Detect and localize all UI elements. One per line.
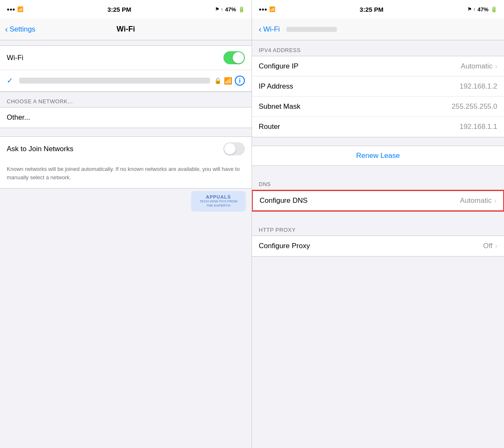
configure-dns-val: Automatic bbox=[460, 196, 492, 205]
right-icons-right: ⚑ ↑ 47% 🔋 bbox=[467, 6, 497, 13]
renew-lease-text[interactable]: Renew Lease bbox=[356, 152, 400, 160]
time-left: 3:25 PM bbox=[108, 6, 131, 13]
ip-address-label: IP Address bbox=[259, 82, 293, 91]
subnet-mask-val: 255.255.255.0 bbox=[452, 102, 497, 111]
configure-ip-value: Automatic › bbox=[461, 62, 497, 71]
renew-lease-row[interactable]: Renew Lease bbox=[252, 146, 504, 166]
ask-to-join-toggle[interactable] bbox=[223, 142, 245, 155]
configure-proxy-val: Off bbox=[483, 242, 492, 250]
location-icon-left: ⚑ ↑ bbox=[215, 7, 223, 12]
ask-to-join-label: Ask to Join Networks bbox=[7, 145, 74, 153]
other-network-group: Other... bbox=[0, 107, 252, 128]
back-button-left[interactable]: ‹ Settings bbox=[5, 24, 35, 34]
configure-proxy-value: Off › bbox=[483, 242, 497, 250]
cellular-signal-left: ●●● bbox=[7, 7, 15, 12]
chevron-left-icon-left: ‹ bbox=[5, 24, 8, 34]
configure-dns-row[interactable]: Configure DNS Automatic › bbox=[252, 190, 504, 211]
wifi-toggle-group: Wi-Fi ✓ 🔒 📶 i bbox=[0, 45, 252, 92]
configure-ip-val: Automatic bbox=[461, 62, 493, 71]
http-proxy-header: HTTP PROXY bbox=[252, 220, 504, 236]
battery-icon-right: 🔋 bbox=[491, 6, 497, 13]
ip-address-val: 192.168.1.2 bbox=[459, 82, 497, 91]
router-row: Router 192.168.1.1 bbox=[252, 117, 504, 137]
ask-to-join-description: Known networks will be joined automatica… bbox=[0, 161, 252, 188]
configure-proxy-row[interactable]: Configure Proxy Off › bbox=[252, 236, 504, 256]
wifi-toggle-row: Wi-Fi bbox=[0, 46, 252, 70]
status-bar-left: ●●● 📶 3:25 PM ⚑ ↑ 47% 🔋 bbox=[0, 0, 252, 18]
battery-percent-left: 47% bbox=[225, 6, 236, 13]
proxy-table-group: Configure Proxy Off › bbox=[252, 236, 504, 257]
ipv4-table-group: Configure IP Automatic › IP Address 192.… bbox=[252, 56, 504, 137]
router-value: 192.168.1.1 bbox=[459, 123, 497, 131]
dns-table-group: Configure DNS Automatic › bbox=[252, 190, 504, 212]
choose-network-spacer: CHOOSE A NETWORK... bbox=[0, 92, 252, 107]
page-title-left: Wi-Fi bbox=[117, 25, 135, 34]
connected-network-row: ✓ 🔒 📶 i bbox=[0, 70, 252, 92]
router-label: Router bbox=[259, 123, 280, 131]
other-network-row[interactable]: Other... bbox=[0, 107, 252, 128]
lock-icon: 🔒 bbox=[214, 77, 221, 84]
configure-proxy-chevron: › bbox=[495, 242, 497, 250]
router-val: 192.168.1.1 bbox=[459, 123, 497, 131]
configure-dns-value: Automatic › bbox=[460, 196, 496, 205]
dns-header: DNS bbox=[252, 174, 504, 190]
time-right: 3:25 PM bbox=[360, 6, 383, 13]
back-button-right[interactable]: ‹ Wi-Fi bbox=[259, 24, 280, 34]
info-button[interactable]: i bbox=[235, 76, 245, 86]
configure-ip-chevron: › bbox=[495, 63, 497, 70]
ip-address-row: IP Address 192.168.1.2 bbox=[252, 76, 504, 97]
network-name-nav-right bbox=[286, 27, 337, 32]
battery-percent-right: 47% bbox=[478, 6, 488, 13]
connected-network-name bbox=[19, 78, 210, 84]
nav-bar-left: ‹ Settings Wi-Fi bbox=[0, 18, 252, 40]
nav-bar-right: ‹ Wi-Fi bbox=[252, 18, 504, 40]
ipv4-header: IPV4 ADDRESS bbox=[252, 40, 504, 56]
configure-ip-label: Configure IP bbox=[259, 62, 299, 71]
configure-dns-chevron: › bbox=[494, 197, 496, 204]
other-label[interactable]: Other... bbox=[7, 113, 30, 122]
wifi-signal-right: 📶 bbox=[269, 6, 276, 12]
right-content: IPV4 ADDRESS Configure IP Automatic › IP… bbox=[252, 40, 504, 448]
wifi-signal-left: 📶 bbox=[17, 6, 24, 12]
ask-to-join-row: Ask to Join Networks bbox=[0, 137, 252, 161]
battery-icon-left: 🔋 bbox=[238, 6, 245, 13]
configure-dns-label: Configure DNS bbox=[260, 196, 307, 205]
location-icon-right: ⚑ ↑ bbox=[467, 7, 475, 12]
back-label-right[interactable]: Wi-Fi bbox=[263, 25, 280, 34]
signal-icons-left: ●●● 📶 bbox=[7, 6, 24, 12]
right-icons-left: ⚑ ↑ 47% 🔋 bbox=[215, 6, 245, 13]
subnet-mask-value: 255.255.255.0 bbox=[452, 102, 497, 111]
wifi-label: Wi-Fi bbox=[7, 54, 24, 62]
wifi-toggle[interactable] bbox=[223, 51, 245, 64]
wifi-toggle-knob bbox=[233, 52, 244, 63]
right-panel: ●●● 📶 3:25 PM ⚑ ↑ 47% 🔋 ‹ Wi-Fi IPV4 ADD… bbox=[252, 0, 504, 448]
status-bar-right: ●●● 📶 3:25 PM ⚑ ↑ 47% 🔋 bbox=[252, 0, 504, 18]
configure-proxy-label: Configure Proxy bbox=[259, 242, 310, 250]
configure-ip-row[interactable]: Configure IP Automatic › bbox=[252, 56, 504, 76]
ask-to-join-section: Ask to Join Networks Known networks will… bbox=[0, 136, 252, 189]
checkmark-icon: ✓ bbox=[7, 76, 15, 85]
subnet-mask-label: Subnet Mask bbox=[259, 102, 300, 111]
connected-network-icons: 🔒 📶 i bbox=[214, 76, 245, 86]
choose-network-header: CHOOSE A NETWORK... bbox=[7, 98, 73, 105]
wifi-strength-icon: 📶 bbox=[224, 77, 232, 85]
subnet-mask-row: Subnet Mask 255.255.255.0 bbox=[252, 97, 504, 117]
watermark: APPUALS TECH HOW-TO'S FROMTHE EXPERTS! bbox=[191, 191, 246, 233]
cellular-signal-right: ●●● bbox=[259, 7, 267, 12]
ask-to-join-toggle-knob bbox=[224, 143, 236, 155]
signal-icons-right: ●●● 📶 bbox=[259, 6, 276, 12]
ip-address-value: 192.168.1.2 bbox=[459, 82, 497, 91]
chevron-left-icon-right: ‹ bbox=[259, 24, 262, 34]
back-label-left[interactable]: Settings bbox=[10, 25, 35, 34]
